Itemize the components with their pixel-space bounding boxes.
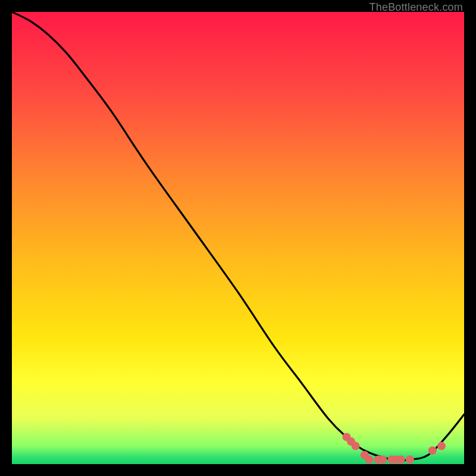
curve-marker — [365, 455, 373, 464]
chart-svg — [12, 12, 464, 464]
curve-marker — [437, 442, 446, 450]
curve-marker — [428, 446, 437, 455]
curve-marker — [378, 455, 387, 464]
plot-wrap — [12, 12, 464, 464]
chart-root: { "attribution": "TheBottleneck.com", "c… — [0, 0, 476, 476]
curve-markers — [342, 433, 446, 464]
curve-marker — [352, 442, 360, 450]
curve-marker — [397, 455, 405, 464]
curve-marker — [406, 455, 414, 464]
plot-area — [12, 12, 464, 464]
curve-line — [12, 12, 464, 461]
